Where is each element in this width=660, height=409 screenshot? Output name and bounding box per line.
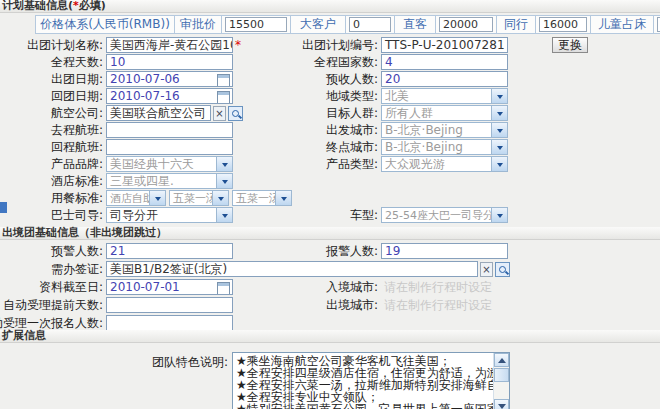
key-account-price-input[interactable]: 0 — [349, 17, 391, 32]
form-row: 巴士司导: 司导分开 车型: 25-54座大巴一司导分开 — [0, 207, 660, 223]
exit-city-label: 出境城市: — [326, 297, 378, 314]
bus-guide-select[interactable]: 司导分开 — [106, 207, 233, 223]
product-type-select[interactable]: 大众观光游 — [381, 156, 508, 172]
approval-price-input[interactable]: 15500 — [225, 17, 287, 32]
price-value-cell: 0 — [345, 15, 395, 34]
calendar-icon[interactable] — [217, 74, 230, 87]
auto-accept-days-input[interactable] — [106, 297, 233, 313]
price-table: 价格体系(人民币(RMB)) 审批价 15500 大客户 0 直客 20000 … — [35, 15, 660, 34]
bus-guide-label: 巴士司导: — [51, 207, 103, 224]
plan-code-label: 出团计划编号: — [302, 37, 378, 54]
alarm-count-input[interactable]: 19 — [381, 243, 508, 259]
price-label-cell: 大客户 — [290, 15, 346, 34]
form-row: 航空公司: 美国联合航空公司 目标人群: 所有人群 — [0, 105, 660, 121]
meal-standard-select-3[interactable]: 五菜一汤 — [232, 190, 292, 206]
direct-customer-price-input[interactable]: 20000 — [439, 17, 493, 32]
expect-count-input[interactable]: 20 — [381, 71, 508, 87]
auto-accept-count-input[interactable] — [106, 315, 233, 331]
scrollbar-up-icon[interactable] — [494, 353, 509, 367]
meal-standard-select-1[interactable]: 酒店自助 — [106, 190, 166, 206]
peer-price-input[interactable]: 16000 — [539, 17, 587, 32]
material-deadline-input[interactable]: 2010-07-01 — [106, 279, 233, 295]
form-row: 需办签证: 美国B1/B2签证(北京) — [0, 261, 660, 277]
return-flight-input[interactable] — [106, 139, 233, 155]
form-row: 自动受理提前天数: 出境城市: 请在制作行程时设定 — [0, 297, 660, 313]
chevron-down-icon[interactable] — [216, 157, 232, 171]
meal-standard-label: 用餐标准: — [51, 190, 103, 207]
plan-name-input[interactable]: 美国西海岸-黄石公园10日 — [106, 37, 233, 53]
price-label-cell: 直客 — [394, 15, 436, 34]
calendar-icon[interactable] — [217, 282, 230, 295]
entry-city-label: 入境城市: — [326, 279, 378, 296]
bus-type-select[interactable]: 25-54座大巴一司导分开 — [381, 207, 508, 223]
depart-date-input[interactable]: 2010-07-06 — [106, 71, 233, 87]
depart-flight-label: 去程航班: — [51, 122, 103, 139]
form-row: 产品品牌: 美国经典十六天 产品类型: 大众观光游 — [0, 156, 660, 172]
country-count-input[interactable]: 4 — [381, 54, 508, 70]
material-deadline-label: 资料截至日: — [39, 279, 103, 296]
clear-icon[interactable] — [213, 106, 226, 121]
chevron-down-icon[interactable] — [216, 174, 232, 188]
chevron-down-icon[interactable] — [275, 191, 291, 205]
outbound-form: 预警人数: 21 报警人数: 19 需办签证: 美国B1/B2签证(北京) 资料… — [0, 243, 660, 332]
price-label-cell: 儿童占床 — [590, 15, 654, 34]
meal-standard-select-2[interactable]: 五菜一汤 — [169, 190, 229, 206]
search-icon[interactable] — [228, 106, 243, 121]
chevron-down-icon[interactable] — [216, 208, 232, 222]
scrollbar-down-icon[interactable] — [494, 399, 509, 409]
form-row: 回团日期: 2010-07-16 地域类型: 北美 — [0, 88, 660, 104]
product-brand-select[interactable]: 美国经典十六天 — [106, 156, 233, 172]
hotel-standard-select[interactable]: 三星或四星. — [106, 173, 233, 189]
scrollbar[interactable] — [493, 353, 509, 409]
end-city-select[interactable]: B-北京·Bejing — [381, 139, 508, 155]
search-icon[interactable] — [495, 262, 510, 277]
warn-count-label: 预警人数: — [51, 243, 103, 260]
target-group-label: 目标人群: — [326, 105, 378, 122]
form-row: 出团日期: 2010-07-06 预收人数: 20 — [0, 71, 660, 87]
scrollbar-thumb[interactable] — [494, 368, 509, 382]
bus-type-label: 车型: — [350, 207, 378, 224]
chevron-down-icon[interactable] — [149, 191, 165, 205]
entry-city-placeholder: 请在制作行程时设定 — [384, 279, 492, 296]
section-header-extended: 扩展信息 — [0, 330, 660, 343]
section-title: 计划基础信息( — [2, 0, 73, 12]
change-code-button[interactable]: 更换 — [552, 37, 588, 53]
clear-icon[interactable] — [480, 262, 493, 277]
product-brand-label: 产品品牌: — [51, 156, 103, 173]
feature-line: ★特别安排美国黄石公园，它是世界上第一座国家公园，也是美国最大的国家公园。在这里… — [236, 403, 492, 409]
end-city-label: 终点城市: — [326, 139, 378, 156]
visa-input[interactable]: 美国B1/B2签证(北京) — [106, 261, 478, 277]
chevron-down-icon[interactable] — [212, 191, 228, 205]
warn-count-input[interactable]: 21 — [106, 243, 233, 259]
chevron-down-icon[interactable] — [491, 157, 507, 171]
return-date-input[interactable]: 2010-07-16 — [106, 88, 233, 104]
form-row: 资料截至日: 2010-07-01 入境城市: 请在制作行程时设定 — [0, 279, 660, 295]
depart-city-select[interactable]: B-北京·Bejing — [381, 122, 508, 138]
depart-flight-input[interactable] — [106, 122, 233, 138]
airline-input[interactable]: 美国联合航空公司 — [106, 105, 211, 121]
auto-accept-days-label: 自动受理提前天数: — [3, 297, 103, 314]
team-features-textarea[interactable]: ★乘坐海南航空公司豪华客机飞往美国； ★全程安排四星级酒店住宿，住宿更为舒适，为… — [232, 352, 510, 409]
chevron-down-icon[interactable] — [491, 208, 507, 222]
return-flight-label: 回程航班: — [51, 139, 103, 156]
chevron-down-icon[interactable] — [491, 89, 507, 103]
form-row: 用餐标准: 酒店自助五菜一汤五菜一汤 — [0, 190, 660, 206]
product-type-label: 产品类型: — [326, 156, 378, 173]
region-type-select[interactable]: 北美 — [381, 88, 508, 104]
price-system-label-cell: 价格体系(人民币(RMB)) — [35, 15, 175, 34]
expect-count-label: 预收人数: — [326, 71, 378, 88]
form-row: 全程天数: 10 全程国家数: 4 — [0, 54, 660, 70]
chevron-down-icon[interactable] — [491, 123, 507, 137]
plan-code-input[interactable]: TTS-P-U-201007281 — [381, 37, 508, 53]
depart-city-label: 出发城市: — [326, 122, 378, 139]
visa-label: 需办签证: — [51, 261, 103, 278]
target-group-select[interactable]: 所有人群 — [381, 105, 508, 121]
calendar-icon[interactable] — [217, 91, 230, 104]
chevron-down-icon[interactable] — [491, 140, 507, 154]
form-row: 酒店标准: 三星或四星. — [0, 173, 660, 189]
form-row: 去程航班: 出发城市: B-北京·Bejing — [0, 122, 660, 138]
chevron-down-icon[interactable] — [491, 106, 507, 120]
form-row: 预警人数: 21 报警人数: 19 — [0, 243, 660, 259]
section-header-plan-basic: 计划基础信息(*必填) — [0, 0, 660, 13]
total-days-input[interactable]: 10 — [106, 54, 233, 70]
